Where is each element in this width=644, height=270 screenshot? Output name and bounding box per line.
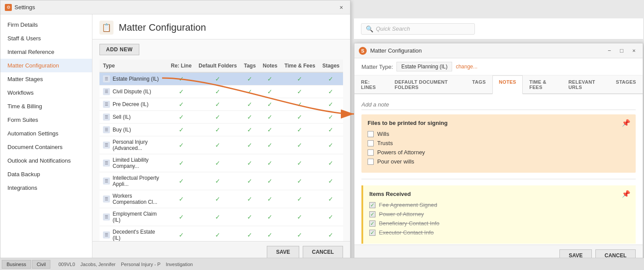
yellow-card-pin-icon[interactable]: 📌	[622, 190, 630, 198]
type-label: Workers Compensation Cl...	[113, 193, 164, 205]
matter-type-change-link[interactable]: change...	[456, 64, 477, 70]
type-icon: ☰	[103, 160, 110, 167]
tags-cell: ✓	[241, 226, 259, 242]
trusts-checkbox[interactable]	[368, 140, 374, 146]
time-fees-cell: ✓	[281, 111, 318, 124]
beneficiary-checkbox[interactable]: ✓	[369, 220, 375, 227]
stages-cell: ✓	[319, 98, 343, 111]
type-label: Intellectual Property Appli...	[113, 175, 164, 187]
bottom-tab-business[interactable]: Business	[2, 260, 31, 269]
detail-titlebar-left: S Matter Configuration	[359, 47, 422, 55]
table-row[interactable]: ☰ Workers Compensation Cl... ✓ ✓ ✓ ✓ ✓ ✓	[99, 190, 343, 208]
col-stages: Stages	[319, 60, 343, 72]
sidebar-item-staff-users[interactable]: Staff & Users	[0, 32, 92, 45]
orange-card-pin-icon[interactable]: 📌	[622, 119, 630, 127]
type-cell: ☰ Intellectual Property Appli...	[99, 172, 167, 190]
wills-checkbox[interactable]	[368, 131, 374, 137]
table-row[interactable]: ☰ Civil Dispute (IL) ✓ ✓ ✓ ✓ ✓ ✓	[99, 85, 343, 98]
checkmark-icon: ✓	[328, 114, 333, 121]
type-label: Civil Dispute (IL)	[113, 89, 151, 95]
settings-cancel-button[interactable]: CANCEL	[303, 246, 343, 258]
titlebar-left: ⚙ Settings	[5, 4, 35, 11]
table-row[interactable]: ☰ Estate Planning (IL) ✓ ✓ ✓ ✓ ✓ ✓	[99, 72, 343, 85]
checkmark-icon: ✓	[179, 231, 184, 238]
notes-cell: ✓	[259, 136, 281, 154]
sidebar-item-workflows[interactable]: Workflows	[0, 86, 92, 99]
sidebar-item-internal-reference[interactable]: Internal Reference	[0, 45, 92, 59]
checkmark-icon: ✓	[215, 75, 220, 82]
notes-cell: ✓	[259, 72, 281, 85]
sidebar-item-firm-details[interactable]: Firm Details	[0, 18, 92, 32]
sidebar-item-matter-stages[interactable]: Matter Stages	[0, 72, 92, 86]
table-row[interactable]: ☰ Pre Decree (IL) ✓ ✓ ✓ ✓ ✓ ✓	[99, 98, 343, 111]
time-fees-cell: ✓	[281, 136, 318, 154]
tab-tags[interactable]: TAGS	[466, 75, 492, 93]
checkmark-icon: ✓	[215, 88, 220, 95]
checkmark-icon: ✓	[328, 142, 333, 149]
table-container: Type Re: Line Default Folders Tags Notes…	[99, 60, 343, 241]
checkmark-icon: ✓	[179, 142, 184, 149]
search-placeholder: Quick Search	[376, 25, 410, 32]
sidebar-item-outlook-notifications[interactable]: Outlook and Notifications	[0, 154, 92, 167]
add-new-button[interactable]: ADD NEW	[99, 44, 139, 55]
items-poa-checkbox[interactable]: ✓	[369, 211, 375, 217]
table-row[interactable]: ☰ Intellectual Property Appli... ✓ ✓ ✓ ✓…	[99, 172, 343, 190]
type-cell: ☰ Civil Dispute (IL)	[99, 85, 167, 98]
fee-agreement-checkbox[interactable]: ✓	[369, 202, 375, 208]
tab-default-document-folders[interactable]: DEFAULT DOCUMENT FOLDERS	[388, 75, 466, 93]
search-icon: 🔍	[366, 25, 373, 32]
table-row[interactable]: ☰ Sell (IL) ✓ ✓ ✓ ✓ ✓ ✓	[99, 111, 343, 124]
stages-cell: ✓	[319, 154, 343, 172]
checkmark-icon: ✓	[267, 142, 272, 149]
tab-notes[interactable]: NOTES	[492, 75, 523, 94]
tab-stages[interactable]: STAGES	[609, 75, 643, 93]
type-cell: ☰ Limited Liability Company...	[99, 154, 167, 172]
checkmark-icon: ✓	[267, 178, 272, 185]
bottom-bar: Business Civil 009VL0 Jacobs, Jennifer P…	[0, 258, 644, 270]
tags-cell: ✓	[241, 154, 259, 172]
bottom-tab-civil[interactable]: Civil	[32, 260, 51, 269]
type-label: Personal Injury (Advanced...	[113, 139, 164, 151]
table-row[interactable]: ☰ Personal Injury (Advanced... ✓ ✓ ✓ ✓ ✓…	[99, 136, 343, 154]
sidebar-item-time-billing[interactable]: Time & Billing	[0, 99, 92, 113]
poa-checkbox[interactable]	[368, 149, 374, 156]
detail-close-button[interactable]: ×	[630, 46, 638, 55]
settings-close-button[interactable]: ×	[337, 3, 346, 12]
col-tags: Tags	[241, 60, 259, 72]
sidebar-item-matter-config[interactable]: Matter Configuration	[0, 59, 92, 72]
yellow-note-card: Items Received ✓ Fee Agreement Signed ✓ …	[361, 185, 636, 244]
items-received-poa: ✓ Power of Attorney	[369, 211, 630, 217]
notes-cell: ✓	[259, 190, 281, 208]
type-label: Decedent's Estate (IL)	[113, 229, 164, 241]
items-received-executor: ✓ Executor Contact Info	[369, 229, 630, 236]
stages-cell: ✓	[319, 124, 343, 136]
pour-over-checkbox[interactable]	[368, 159, 374, 165]
sidebar-item-document-containers[interactable]: Document Containers	[0, 140, 92, 154]
settings-save-button[interactable]: SAVE	[267, 246, 299, 258]
sidebar-item-form-suites[interactable]: Form Suites	[0, 113, 92, 127]
sidebar-item-data-backup[interactable]: Data Backup	[0, 167, 92, 181]
tab-time-fees[interactable]: TIME & FEES	[523, 75, 562, 93]
sidebar-item-integrations[interactable]: Integrations	[0, 181, 92, 195]
reline-cell: ✓	[167, 98, 195, 111]
table-row[interactable]: ☰ Limited Liability Company... ✓ ✓ ✓ ✓ ✓…	[99, 154, 343, 172]
table-row[interactable]: ☰ Decedent's Estate (IL) ✓ ✓ ✓ ✓ ✓ ✓	[99, 226, 343, 242]
detail-minimize-button[interactable]: −	[605, 46, 614, 55]
detail-maximize-button[interactable]: □	[617, 46, 626, 55]
sidebar-item-automation-settings[interactable]: Automation Settings	[0, 127, 92, 140]
table-row[interactable]: ☰ Employment Claim (IL) ✓ ✓ ✓ ✓ ✓ ✓	[99, 208, 343, 226]
tab-re-lines[interactable]: RE: LINES	[354, 75, 388, 93]
add-note-input[interactable]	[361, 99, 636, 110]
type-icon: ☰	[103, 195, 110, 202]
note-item-pour-over: Pour over wills	[368, 158, 630, 165]
search-wrapper[interactable]: 🔍 Quick Search	[361, 23, 475, 35]
checkmark-icon: ✓	[215, 231, 220, 238]
settings-titlebar: ⚙ Settings ×	[0, 0, 350, 14]
orange-note-card: Files to be printed for signing Wills Tr…	[361, 114, 636, 173]
col-notes: Notes	[259, 60, 281, 72]
tab-relevant-urls[interactable]: RELEVANT URLS	[562, 75, 609, 93]
pour-over-label: Pour over wills	[377, 158, 414, 165]
checkmark-icon: ✓	[247, 231, 252, 238]
table-row[interactable]: ☰ Buy (IL) ✓ ✓ ✓ ✓ ✓ ✓	[99, 124, 343, 136]
executor-checkbox[interactable]: ✓	[369, 230, 375, 236]
